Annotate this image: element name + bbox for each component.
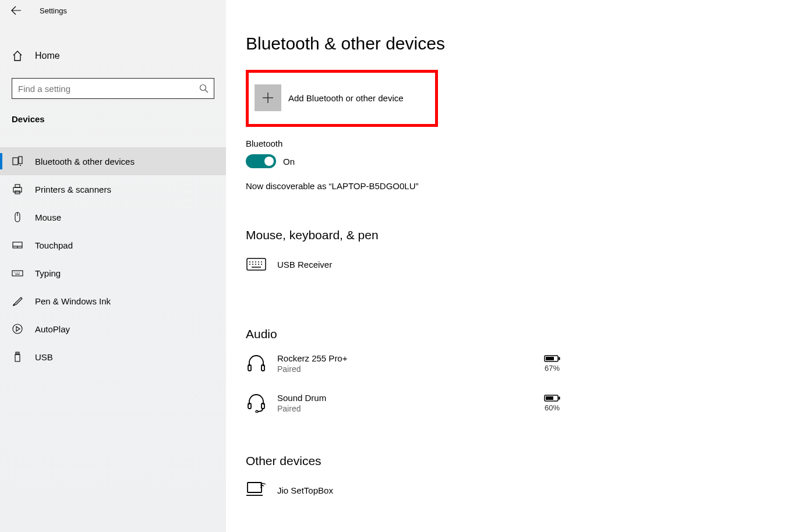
nav-label: Printers & scanners — [35, 185, 111, 194]
screen-device-icon — [246, 480, 267, 501]
app-title: Settings — [40, 6, 67, 15]
pen-icon — [12, 295, 23, 307]
battery-percent: 67% — [545, 364, 560, 373]
sidebar-home[interactable]: Home — [0, 43, 226, 69]
device-row[interactable]: Jio SetTopBox — [246, 475, 560, 506]
device-name: USB Receiver — [277, 260, 560, 269]
page-title: Bluetooth & other devices — [246, 34, 772, 54]
home-icon — [12, 50, 23, 62]
add-device-button[interactable]: Add Bluetooth or other device — [246, 70, 438, 127]
home-label: Home — [35, 51, 60, 61]
nav-item-typing[interactable]: Typing — [0, 259, 226, 287]
battery-percent: 60% — [545, 403, 560, 412]
nav-item-mouse[interactable]: Mouse — [0, 203, 226, 231]
main-content: Bluetooth & other devices Add Bluetooth … — [226, 0, 795, 532]
plus-icon — [262, 91, 274, 104]
svg-point-46 — [256, 410, 258, 413]
svg-rect-19 — [16, 352, 19, 354]
autoplay-icon — [12, 323, 23, 335]
touchpad-icon — [12, 239, 23, 251]
headphones-icon — [246, 353, 267, 374]
nav-label: AutoPlay — [35, 324, 70, 334]
bluetooth-toggle[interactable] — [246, 154, 276, 168]
nav-label: Mouse — [35, 212, 61, 222]
svg-rect-5 — [15, 185, 20, 187]
keyboard-icon — [12, 267, 23, 279]
nav-item-printers[interactable]: Printers & scanners — [0, 175, 226, 203]
device-status: Paired — [277, 364, 533, 374]
titlebar: Settings — [0, 0, 226, 21]
nav-item-pen[interactable]: Pen & Windows Ink — [0, 287, 226, 315]
nav-item-touchpad[interactable]: Touchpad — [0, 231, 226, 259]
section-heading-audio: Audio — [246, 327, 772, 341]
keyboard-device-icon — [246, 254, 267, 275]
device-battery: 60% — [544, 394, 560, 412]
svg-rect-49 — [559, 396, 560, 399]
device-status: Paired — [277, 404, 533, 413]
device-name: Rockerz 255 Pro+ — [277, 353, 533, 363]
device-battery: 67% — [544, 354, 560, 373]
device-name: Jio SetTopBox — [277, 485, 560, 495]
add-device-label: Add Bluetooth or other device — [288, 93, 404, 103]
device-row[interactable]: Rockerz 255 Pro+ Paired 67% — [246, 348, 560, 380]
bluetooth-label: Bluetooth — [246, 139, 772, 148]
discoverable-text: Now discoverable as “LAPTOP-B5DGO0LU” — [246, 181, 772, 191]
nav-list: Bluetooth & other devices Printers & sca… — [0, 147, 226, 371]
plus-square-icon — [255, 84, 281, 111]
section-label: Devices — [0, 99, 226, 131]
svg-rect-20 — [15, 354, 20, 361]
printer-icon — [12, 183, 23, 195]
svg-point-0 — [200, 85, 206, 91]
battery-icon — [544, 354, 560, 363]
svg-rect-4 — [13, 187, 22, 192]
section-heading-other: Other devices — [246, 454, 772, 468]
svg-rect-48 — [546, 396, 553, 400]
svg-point-18 — [13, 324, 22, 334]
device-name: Sound Drum — [277, 393, 533, 403]
sidebar: Settings Home Devices Bluetooth & other … — [0, 0, 226, 532]
nav-label: Typing — [35, 268, 61, 278]
arrow-left-icon — [11, 5, 22, 16]
search-input[interactable] — [12, 78, 214, 99]
bluetooth-devices-icon — [12, 155, 23, 167]
svg-rect-42 — [546, 357, 554, 360]
svg-rect-50 — [248, 483, 262, 492]
device-row[interactable]: Sound Drum Paired 60% — [246, 388, 560, 419]
search-wrap — [12, 78, 214, 99]
svg-rect-1 — [13, 158, 18, 165]
nav-item-usb[interactable]: USB — [0, 343, 226, 371]
svg-rect-43 — [559, 357, 560, 360]
mouse-icon — [12, 211, 23, 223]
nav-label: Bluetooth & other devices — [35, 157, 135, 166]
svg-rect-2 — [19, 157, 22, 164]
usb-icon — [12, 351, 23, 363]
svg-rect-12 — [12, 271, 23, 276]
bluetooth-state: On — [283, 157, 295, 166]
section-heading-mouse: Mouse, keyboard, & pen — [246, 228, 772, 242]
back-button[interactable] — [10, 5, 22, 16]
search-icon — [199, 84, 209, 93]
device-row[interactable]: USB Receiver — [246, 249, 560, 281]
battery-icon — [544, 394, 560, 402]
nav-label: USB — [35, 352, 53, 362]
nav-item-bluetooth[interactable]: Bluetooth & other devices — [0, 147, 226, 175]
headset-icon — [246, 392, 267, 413]
nav-label: Touchpad — [35, 240, 73, 250]
nav-item-autoplay[interactable]: AutoPlay — [0, 315, 226, 343]
nav-label: Pen & Windows Ink — [35, 296, 111, 306]
svg-point-3 — [20, 165, 21, 166]
